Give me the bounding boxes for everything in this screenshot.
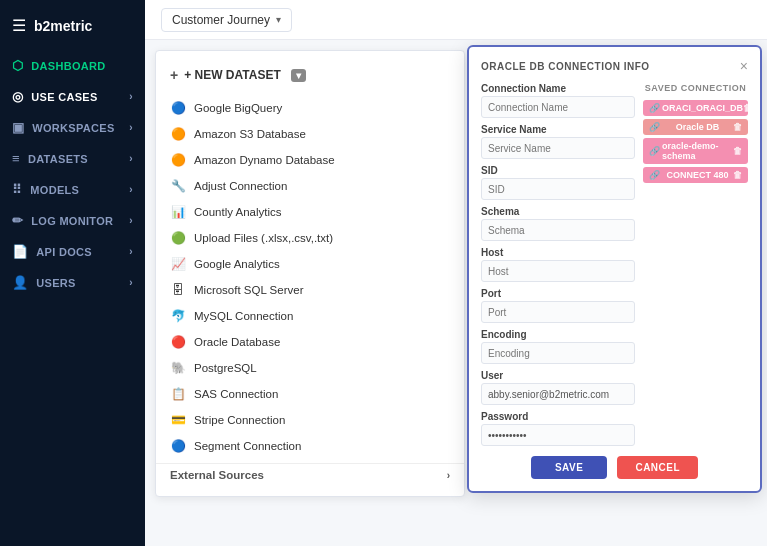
chevron-down-icon: ▾	[276, 14, 281, 25]
selector-label: Customer Journey	[172, 13, 270, 27]
sidebar-item-use-cases[interactable]: ◎ USE CASES ›	[0, 82, 145, 111]
chevron-right-icon: ›	[447, 470, 450, 481]
list-item[interactable]: 🔵 Segment Connection	[156, 433, 464, 459]
list-item[interactable]: 🟠 Amazon Dynamo Database	[156, 147, 464, 173]
trash-icon[interactable]: 🗑	[733, 146, 742, 156]
sidebar-item-log-monitor[interactable]: ✏ LOG MONITOR ›	[0, 206, 145, 235]
sidebar-item-models[interactable]: ⠿ MODELS ›	[0, 175, 145, 204]
customer-journey-selector[interactable]: Customer Journey ▾	[161, 8, 292, 32]
schema-input[interactable]	[481, 219, 635, 241]
sidebar-item-users[interactable]: 👤 USERS ›	[0, 268, 145, 297]
sidebar-item-workspaces[interactable]: ▣ WORKSPACES ›	[0, 113, 145, 142]
external-sources-item[interactable]: External Sources ›	[156, 463, 464, 486]
host-input[interactable]	[481, 260, 635, 282]
list-item[interactable]: 🐬 MySQL Connection	[156, 303, 464, 329]
encoding-input[interactable]	[481, 342, 635, 364]
chevron-icon: ›	[129, 246, 133, 257]
sid-group: SID	[481, 165, 635, 200]
dataset-item-label: PostgreSQL	[194, 362, 257, 374]
log-monitor-icon: ✏	[12, 213, 23, 228]
user-input[interactable]	[481, 383, 635, 405]
bigquery-icon: 🔵	[170, 100, 186, 116]
list-item[interactable]: 🟢 Upload Files (.xlsx,.csv,.txt)	[156, 225, 464, 251]
cancel-button[interactable]: CANCEL	[617, 456, 698, 479]
list-item[interactable]: 📊 Countly Analytics	[156, 199, 464, 225]
connection-name-group: Connection Name	[481, 83, 635, 118]
sidebar-item-label: WORKSPACES	[32, 122, 114, 134]
connection-name-label: Connection Name	[481, 83, 635, 94]
plus-icon: +	[170, 67, 178, 83]
logo-area: ☰ b2metric	[0, 8, 145, 51]
password-input[interactable]	[481, 424, 635, 446]
mysql-icon: 🐬	[170, 308, 186, 324]
dataset-item-label: Amazon S3 Database	[194, 128, 306, 140]
trash-icon[interactable]: 🗑	[733, 170, 742, 180]
dialog-header: ORACLE DB CONNECTION INFO ×	[481, 59, 748, 73]
sidebar-item-label: MODELS	[30, 184, 79, 196]
topbar: Customer Journey ▾	[145, 0, 767, 40]
link-icon: 🔗	[649, 170, 660, 180]
saved-connection-button[interactable]: 🔗 oracle-demo-schema 🗑	[643, 138, 748, 164]
dataset-item-label: Adjust Connection	[194, 180, 287, 192]
user-label: User	[481, 370, 635, 381]
service-name-label: Service Name	[481, 124, 635, 135]
service-name-group: Service Name	[481, 124, 635, 159]
s3-icon: 🟠	[170, 126, 186, 142]
sidebar-item-api-docs[interactable]: 📄 API DOCS ›	[0, 237, 145, 266]
save-button[interactable]: SAVE	[531, 456, 608, 479]
port-group: Port	[481, 288, 635, 323]
sidebar-nav: ⬡ DASHBOARD ◎ USE CASES › ▣ WORKSPACES ›…	[0, 51, 145, 297]
port-input[interactable]	[481, 301, 635, 323]
dashboard-icon: ⬡	[12, 58, 23, 73]
dataset-item-label: Microsoft SQL Server	[194, 284, 304, 296]
trash-icon[interactable]: 🗑	[743, 103, 752, 113]
use-cases-icon: ◎	[12, 89, 23, 104]
list-item[interactable]: 🐘 PostgreSQL	[156, 355, 464, 381]
link-icon: 🔗	[649, 146, 660, 156]
list-item[interactable]: 🔵 Google BigQuery	[156, 95, 464, 121]
saved-connection-button[interactable]: 🔗 Oracle DB 🗑	[643, 119, 748, 135]
new-dataset-button[interactable]: + + NEW DATASET ▾	[156, 61, 464, 95]
chevron-icon: ›	[129, 153, 133, 164]
oracle-icon: 🔴	[170, 334, 186, 350]
dataset-dropdown-panel: + + NEW DATASET ▾ 🔵 Google BigQuery 🟠 Am…	[155, 50, 465, 497]
chevron-icon: ›	[129, 277, 133, 288]
menu-icon[interactable]: ☰	[12, 16, 26, 35]
port-label: Port	[481, 288, 635, 299]
connection-name-input[interactable]	[481, 96, 635, 118]
encoding-group: Encoding	[481, 329, 635, 364]
sid-input[interactable]	[481, 178, 635, 200]
sidebar-item-datasets[interactable]: ≡ DATASETS ›	[0, 144, 145, 173]
saved-connection-button[interactable]: 🔗 ORACI_ORACI_DB 🗑	[643, 100, 748, 116]
dataset-item-label: Google Analytics	[194, 258, 280, 270]
chevron-icon: ›	[129, 184, 133, 195]
saved-connection-button[interactable]: 🔗 CONNECT 480 🗑	[643, 167, 748, 183]
list-item[interactable]: 🔧 Adjust Connection	[156, 173, 464, 199]
dataset-item-label: Segment Connection	[194, 440, 301, 452]
list-item[interactable]: 🔴 Oracle Database	[156, 329, 464, 355]
encoding-label: Encoding	[481, 329, 635, 340]
list-item[interactable]: 📈 Google Analytics	[156, 251, 464, 277]
chevron-icon: ›	[129, 91, 133, 102]
new-dataset-label: + NEW DATASET	[184, 68, 281, 82]
dialog-close-button[interactable]: ×	[740, 59, 748, 73]
saved-connections-panel: SAVED CONNECTION 🔗 ORACI_ORACI_DB 🗑 🔗 Or…	[643, 83, 748, 446]
list-item[interactable]: 🟠 Amazon S3 Database	[156, 121, 464, 147]
sidebar-item-dashboard[interactable]: ⬡ DASHBOARD	[0, 51, 145, 80]
oracle-dialog: ORACLE DB CONNECTION INFO × Connection N…	[467, 45, 762, 493]
logo-text: b2metric	[34, 18, 92, 34]
adjust-icon: 🔧	[170, 178, 186, 194]
list-item[interactable]: 🗄 Microsoft SQL Server	[156, 277, 464, 303]
trash-icon[interactable]: 🗑	[733, 122, 742, 132]
list-item[interactable]: 📋 SAS Connection	[156, 381, 464, 407]
dataset-item-label: Countly Analytics	[194, 206, 282, 218]
models-icon: ⠿	[12, 182, 22, 197]
list-item[interactable]: 💳 Stripe Connection	[156, 407, 464, 433]
sidebar: ☰ b2metric ⬡ DASHBOARD ◎ USE CASES › ▣ W…	[0, 0, 145, 546]
service-name-input[interactable]	[481, 137, 635, 159]
oracle-fields: Connection Name Service Name SID Schema	[481, 83, 635, 446]
sas-icon: 📋	[170, 386, 186, 402]
saved-conn-label: CONNECT 480	[666, 170, 728, 180]
user-group: User	[481, 370, 635, 405]
google-analytics-icon: 📈	[170, 256, 186, 272]
